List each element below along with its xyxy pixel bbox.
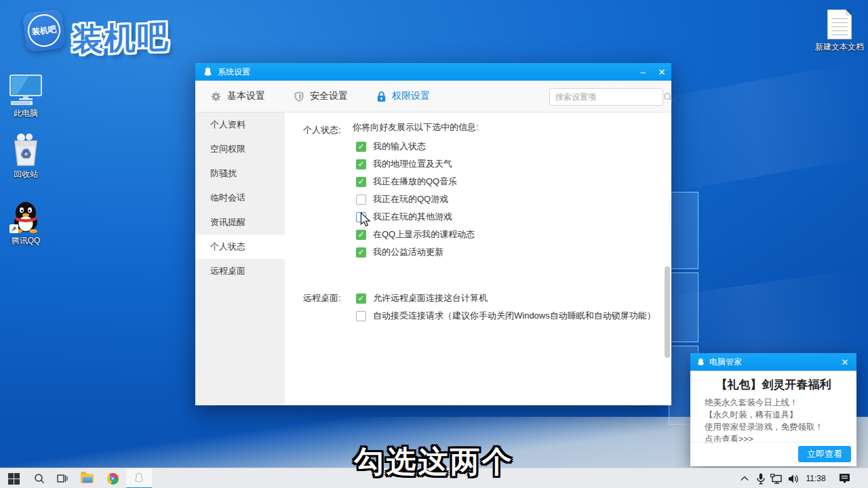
this-pc-icon xyxy=(0,72,52,106)
checkbox-label: 我正在播放的QQ音乐 xyxy=(373,176,457,188)
popup-line: 使用管家登录游戏，免费领取！ xyxy=(705,421,856,433)
start-button[interactable] xyxy=(0,468,27,488)
network-icon xyxy=(770,474,783,484)
task-view-button[interactable] xyxy=(52,468,73,488)
microphone-icon xyxy=(757,473,765,485)
taskbar: 11:38 xyxy=(0,468,868,488)
checkbox-row: 我的公益活动更新 xyxy=(353,243,479,261)
checkbox-label: 我的输入状态 xyxy=(373,140,426,152)
search-icon[interactable] xyxy=(663,92,673,102)
popup-heading: 【礼包】剑灵开春福利 xyxy=(690,377,856,392)
settings-sidebar: 个人资料 空间权限 防骚扰 临时会话 资讯提醒 个人状态 远程桌面 xyxy=(195,113,285,405)
desktop-icon-new-text-doc[interactable]: 新建文本文档 xyxy=(814,5,865,52)
tray-network[interactable] xyxy=(768,468,785,488)
desktop-icon-qq[interactable]: ↗ 腾讯QQ xyxy=(0,199,52,246)
taskbar-qq-button-active[interactable] xyxy=(126,468,152,488)
checkbox-typing-status[interactable] xyxy=(356,142,366,152)
taskbar-clock[interactable]: 11:38 xyxy=(800,468,831,488)
sidebar-item-news-alerts[interactable]: 资讯提醒 xyxy=(195,210,285,235)
checkbox-allow-remote-desktop[interactable] xyxy=(356,293,366,304)
chevron-up-icon xyxy=(741,476,749,481)
sidebar-item-personal-status[interactable]: 个人状态 xyxy=(195,235,285,259)
checkbox-row: 我正在播放的QQ音乐 xyxy=(353,173,479,190)
checkbox-label: 允许远程桌面连接这台计算机 xyxy=(373,292,488,304)
checkbox-location-weather[interactable] xyxy=(356,159,366,169)
dialog-titlebar[interactable]: 系统设置 – ✕ xyxy=(195,63,671,81)
system-settings-window: 系统设置 – ✕ 基本设置 xyxy=(195,63,671,405)
pc-manager-popup: 电脑管家 ✕ 【礼包】剑灵开春福利 绝美永久套装今日上线！ 【永久时装，稀有道具… xyxy=(690,353,856,466)
qq-penguin-icon xyxy=(134,472,144,484)
desktop-icon-label: 回收站 xyxy=(0,169,52,180)
action-center-button[interactable] xyxy=(834,468,854,488)
checkbox-other-games[interactable] xyxy=(356,212,366,222)
wallpaper-window-pane xyxy=(669,192,698,269)
windows-logo-icon xyxy=(8,473,20,485)
folder-icon xyxy=(81,474,94,483)
desktop-icon-this-pc[interactable]: 此电脑 xyxy=(0,72,52,119)
tab-basic-settings[interactable]: 基本设置 xyxy=(210,90,265,102)
checkbox-course-updates[interactable] xyxy=(356,230,366,240)
gear-icon xyxy=(210,91,222,102)
logo-badge-text: 装机吧 xyxy=(31,23,57,37)
sidebar-item-space-permission[interactable]: 空间权限 xyxy=(195,137,285,161)
settings-content: 个人状态: 你将向好友展示以下选中的信息: 我的输入状态 我的地理位置及天气 xyxy=(285,113,671,405)
checkbox-row: 在QQ上显示我的课程动态 xyxy=(353,226,479,243)
qq-penguin-icon: ↗ xyxy=(0,199,52,233)
desktop-icon-label: 此电脑 xyxy=(0,108,52,119)
sidebar-item-personal-info[interactable]: 个人资料 xyxy=(195,113,285,137)
dialog-body: 个人资料 空间权限 防骚扰 临时会话 资讯提醒 个人状态 远程桌面 个人状态: … xyxy=(195,113,671,405)
popup-titlebar[interactable]: 电脑管家 ✕ xyxy=(690,353,856,371)
text-file-icon xyxy=(814,5,865,39)
taskbar-search-button[interactable] xyxy=(27,468,52,488)
checkbox-label: 自动接受连接请求（建议你手动关闭Windows自动睡眠和自动锁屏功能） xyxy=(373,310,656,322)
close-button[interactable]: ✕ xyxy=(652,63,671,81)
tab-permission-settings[interactable]: 权限设置 xyxy=(376,90,430,102)
minimize-button[interactable]: – xyxy=(633,63,652,81)
file-explorer-button[interactable] xyxy=(75,468,99,488)
chrome-button[interactable] xyxy=(100,468,125,488)
wallpaper-light-beam xyxy=(637,62,868,195)
popup-footer: 立即查看 xyxy=(690,442,856,466)
zhuangjiba-logo-circle: 装机吧 xyxy=(26,12,62,48)
section-personal-status: 个人状态: 你将向好友展示以下选中的信息: 我的输入状态 我的地理位置及天气 xyxy=(303,121,479,261)
wallpaper-window-pane xyxy=(669,272,698,342)
checkbox-label: 我的公益活动更新 xyxy=(373,246,443,258)
popup-line: 绝美永久套装今日上线！ xyxy=(705,396,856,409)
checkbox-label: 在QQ上显示我的课程动态 xyxy=(373,228,475,241)
desktop-icon-label: 新建文本文档 xyxy=(814,42,865,52)
shortcut-arrow-icon: ↗ xyxy=(9,224,18,233)
checkbox-auto-accept-connection[interactable] xyxy=(356,311,366,321)
popup-close-icon[interactable]: ✕ xyxy=(839,357,851,367)
desktop: 装机吧 装机吧 此电脑 ♻ 回 xyxy=(0,0,868,488)
shield-icon xyxy=(294,91,304,102)
action-center-icon xyxy=(839,473,850,484)
sidebar-item-remote-desktop[interactable]: 远程桌面 xyxy=(195,259,285,283)
tab-label: 基本设置 xyxy=(227,90,265,102)
checkbox-qq-games[interactable] xyxy=(356,195,366,205)
scrollbar-thumb[interactable] xyxy=(665,266,670,358)
settings-search-box[interactable] xyxy=(549,88,663,106)
section-label: 远程桌面: xyxy=(303,289,353,325)
desktop-icon-recycle-bin[interactable]: ♻ 回收站 xyxy=(0,133,52,180)
checkbox-label: 我正在玩的QQ游戏 xyxy=(373,193,448,205)
checkbox-row: 我的输入状态 xyxy=(353,138,479,155)
section-label: 个人状态: xyxy=(303,121,353,261)
task-view-icon xyxy=(57,473,68,484)
tab-security-settings[interactable]: 安全设置 xyxy=(294,90,348,102)
popup-body: 绝美永久套装今日上线！ 【永久时装，稀有道具】 使用管家登录游戏，免费领取！ 点… xyxy=(705,396,856,445)
checkbox-qq-music[interactable] xyxy=(356,177,366,187)
tray-expand-chevron[interactable] xyxy=(736,468,753,488)
sidebar-item-anti-harassment[interactable]: 防骚扰 xyxy=(195,161,285,186)
checkbox-label: 我的地理位置及天气 xyxy=(373,158,452,170)
chrome-icon xyxy=(107,473,119,485)
sidebar-item-temp-session[interactable]: 临时会话 xyxy=(195,186,285,210)
search-icon xyxy=(34,473,45,484)
checkbox-charity-updates[interactable] xyxy=(356,247,366,258)
checkbox-row: 允许远程桌面连接这台计算机 xyxy=(353,289,656,307)
search-input[interactable] xyxy=(550,92,663,102)
popup-line: 【永久时装，稀有道具】 xyxy=(705,409,856,421)
view-now-button[interactable]: 立即查看 xyxy=(798,446,851,462)
recycle-symbol: ♻ xyxy=(20,148,31,160)
tab-label: 安全设置 xyxy=(310,90,348,102)
checkbox-row: 我正在玩的QQ游戏 xyxy=(353,190,479,208)
